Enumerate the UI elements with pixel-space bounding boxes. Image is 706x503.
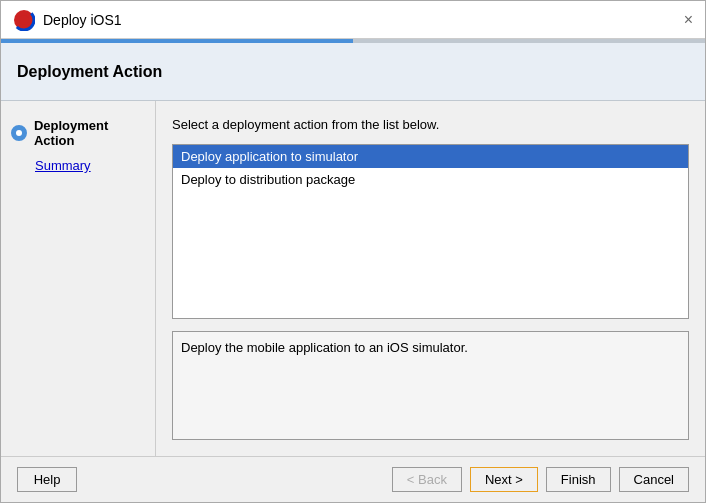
- title-bar-left: Deploy iOS1: [13, 9, 122, 31]
- sidebar-deployment-label: Deployment Action: [34, 118, 145, 148]
- footer-right: < Back Next > Finish Cancel: [392, 467, 689, 492]
- list-item-simulator[interactable]: Deploy application to simulator: [173, 145, 688, 168]
- footer: Help < Back Next > Finish Cancel: [1, 456, 705, 502]
- step-icon: [11, 124, 28, 142]
- page-header: Deployment Action: [1, 43, 705, 101]
- cancel-button[interactable]: Cancel: [619, 467, 689, 492]
- app-icon: [13, 9, 35, 31]
- description-box: Deploy the mobile application to an iOS …: [172, 331, 689, 440]
- content-area: Deployment Action Summary Select a deplo…: [1, 101, 705, 456]
- progress-bar: [1, 39, 705, 43]
- svg-point-2: [19, 15, 29, 25]
- next-button[interactable]: Next >: [470, 467, 538, 492]
- description-text: Deploy the mobile application to an iOS …: [181, 340, 468, 355]
- close-button[interactable]: ×: [684, 12, 693, 28]
- page-header-title: Deployment Action: [17, 63, 162, 81]
- back-button[interactable]: < Back: [392, 467, 462, 492]
- dialog-title: Deploy iOS1: [43, 12, 122, 28]
- sidebar: Deployment Action Summary: [1, 101, 156, 456]
- help-button[interactable]: Help: [17, 467, 77, 492]
- finish-button[interactable]: Finish: [546, 467, 611, 492]
- main-content: Select a deployment action from the list…: [156, 101, 705, 456]
- instruction-text: Select a deployment action from the list…: [172, 117, 689, 132]
- sidebar-item-deployment-action[interactable]: Deployment Action: [1, 113, 155, 153]
- dialog: Deploy iOS1 × Deployment Action Deployme…: [0, 0, 706, 503]
- deployment-action-list[interactable]: Deploy application to simulator Deploy t…: [172, 144, 689, 319]
- sidebar-item-summary[interactable]: Summary: [1, 153, 155, 178]
- list-item-distribution[interactable]: Deploy to distribution package: [173, 168, 688, 191]
- progress-fill: [1, 39, 353, 43]
- title-bar: Deploy iOS1 ×: [1, 1, 705, 39]
- footer-left: Help: [17, 467, 77, 492]
- sidebar-summary-link[interactable]: Summary: [35, 158, 91, 173]
